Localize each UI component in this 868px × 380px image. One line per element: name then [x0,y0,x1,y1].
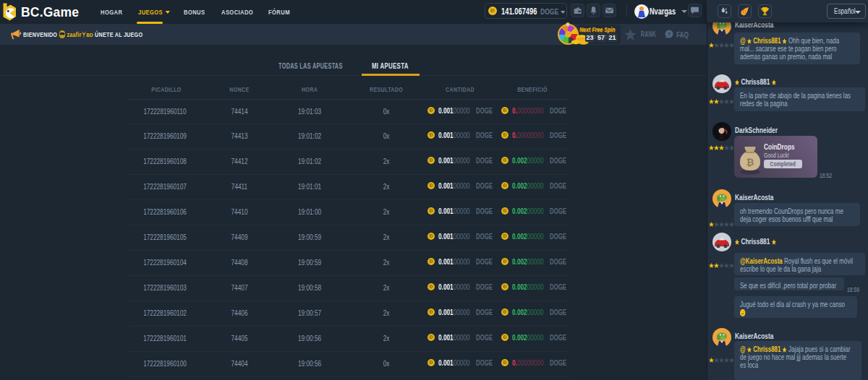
svg-text:?: ? [668,32,671,37]
svg-text:₿: ₿ [746,157,754,168]
